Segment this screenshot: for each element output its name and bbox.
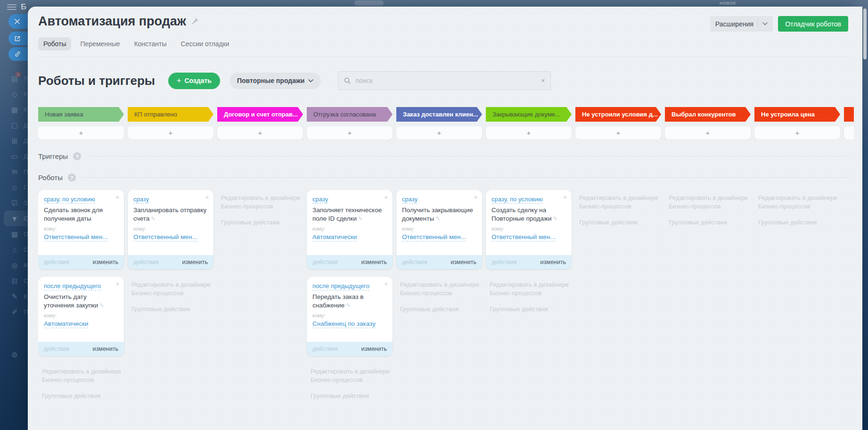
robot-card[interactable]: после предыдущего × Очистить дату уточне… (38, 277, 124, 356)
trigger-condition-link[interactable]: сразу (133, 196, 149, 204)
assignee-link[interactable]: Снабженец по заказу (312, 320, 376, 328)
stage-chose-competitors[interactable]: Выбрал конкурентов (665, 107, 751, 122)
designer-edit-link[interactable]: Редактировать в дизайнере Бизнес-процесс… (490, 281, 572, 298)
edit-pencil-icon[interactable]: ✎ (435, 215, 440, 222)
robot-card[interactable]: после предыдущего × Передать заказ в сна… (307, 277, 393, 356)
robot-debugger-button[interactable]: Отладчик роботов (778, 16, 848, 32)
edit-link[interactable]: изменить (93, 346, 118, 352)
edit-link[interactable]: изменить (361, 346, 387, 352)
add-robot-button[interactable]: + (486, 126, 572, 139)
actions-link[interactable]: действия (312, 346, 338, 352)
edit-link[interactable]: изменить (93, 259, 118, 265)
actions-link[interactable]: действия (312, 259, 338, 265)
stage-terms-rejected[interactable]: Не устроили условия д... (575, 107, 661, 122)
group-actions-link[interactable]: Групповые действия (311, 392, 393, 400)
add-robot-button[interactable]: + (396, 126, 482, 139)
designer-edit-link[interactable]: Редактировать в дизайнере Бизнес-процесс… (758, 194, 840, 211)
stage-closing-documents[interactable]: Закрывающие докуме... (486, 107, 572, 122)
group-actions-link[interactable]: Групповые действия (579, 218, 661, 227)
actions-link[interactable]: действия (133, 259, 159, 265)
clear-search-icon[interactable]: × (541, 77, 545, 84)
edit-link[interactable]: изменить (361, 259, 387, 265)
close-icon[interactable]: × (384, 281, 388, 287)
edit-pencil-icon[interactable]: ✎ (151, 215, 156, 222)
tab-variables[interactable]: Переменные (75, 37, 125, 50)
close-icon[interactable]: × (115, 194, 119, 200)
actions-link[interactable]: действия (491, 259, 517, 265)
stage-price-rejected[interactable]: Не устроила цена (754, 107, 840, 122)
close-icon[interactable]: × (205, 194, 209, 200)
trigger-condition-link[interactable]: после предыдущего (44, 282, 101, 290)
add-robot-button[interactable]: + (128, 126, 213, 139)
designer-edit-link[interactable]: Редактировать в дизайнере Бизнес-процесс… (42, 367, 124, 384)
assignee-link[interactable]: Автоматически (312, 233, 357, 241)
copy-link-button[interactable] (8, 47, 29, 61)
pin-icon[interactable] (191, 18, 198, 25)
designer-edit-link[interactable]: Редактировать в дизайнере Бизнес-процесс… (579, 194, 661, 211)
trigger-condition-link[interactable]: сразу, по условию (44, 196, 95, 204)
edit-pencil-icon[interactable]: ✎ (346, 302, 351, 309)
stage-new-request[interactable]: Новая заявка (38, 107, 124, 122)
help-icon[interactable]: ? (68, 174, 76, 182)
trigger-condition-link[interactable]: сразу (312, 196, 328, 204)
hamburger-menu-icon[interactable] (7, 4, 16, 11)
edit-pencil-icon[interactable]: ✎ (358, 215, 363, 222)
edit-pencil-icon[interactable]: ✎ (99, 302, 104, 309)
stage-quote-sent[interactable]: КП отправлено (128, 107, 213, 122)
designer-edit-link[interactable]: Редактировать в дизайнере Бизнес-процесс… (400, 281, 482, 298)
assignee-link[interactable]: Ответственный мен... (491, 233, 556, 241)
robot-card[interactable]: сразу × Заполняет техническое поле ID сд… (307, 190, 393, 269)
create-button[interactable]: + Создать (168, 73, 220, 89)
group-actions-link[interactable]: Групповые действия (669, 218, 751, 227)
add-robot-button[interactable]: + (665, 126, 751, 139)
robot-card[interactable]: сразу × Получить закрывающие документы✎ … (396, 190, 482, 269)
edit-link[interactable]: изменить (182, 259, 208, 265)
add-robot-button[interactable]: + (754, 126, 840, 139)
group-actions-link[interactable]: Групповые действия (131, 305, 213, 314)
help-icon[interactable]: ? (73, 152, 81, 160)
group-actions-link[interactable]: Групповые действия (490, 305, 572, 314)
trigger-condition-link[interactable]: после предыдущего (312, 282, 369, 290)
add-robot-button[interactable]: + (844, 126, 854, 139)
assignee-link[interactable]: Ответственный мен... (44, 233, 108, 241)
trigger-condition-link[interactable]: сразу (402, 196, 418, 204)
group-actions-link[interactable]: Групповые действия (221, 218, 303, 227)
add-robot-button[interactable]: + (307, 126, 393, 139)
extensions-button[interactable]: Расширения (710, 16, 773, 32)
edit-link[interactable]: изменить (540, 259, 566, 265)
open-in-new-button[interactable] (8, 32, 29, 45)
stage-shipping-approved[interactable]: Отгрузка согласована (307, 107, 393, 122)
designer-edit-link[interactable]: Редактировать в дизайнере Бизнес-процесс… (131, 281, 213, 298)
add-robot-button[interactable]: + (38, 126, 124, 139)
designer-edit-link[interactable]: Редактировать в дизайнере Бизнес-процесс… (221, 194, 303, 211)
close-slider-button[interactable] (8, 14, 29, 29)
close-icon[interactable]: × (563, 194, 567, 200)
trigger-condition-link[interactable]: сразу, по условию (491, 196, 543, 204)
close-icon[interactable]: × (384, 194, 388, 200)
edit-link[interactable]: изменить (451, 259, 476, 265)
group-actions-link[interactable]: Групповые действия (400, 305, 482, 314)
designer-edit-link[interactable]: Редактировать в дизайнере Бизнес-процесс… (669, 194, 751, 211)
robot-card[interactable]: сразу, по условию × Создать сделку на По… (486, 190, 572, 269)
stage-clipped[interactable] (844, 107, 854, 122)
close-icon[interactable]: × (474, 194, 477, 200)
add-robot-button[interactable]: + (575, 126, 661, 139)
tab-robots[interactable]: Роботы (38, 37, 71, 50)
actions-link[interactable]: действия (44, 346, 69, 352)
robot-card[interactable]: сразу × Запланировать отправку счета✎ ко… (128, 190, 213, 269)
close-icon[interactable]: × (115, 281, 119, 287)
robot-card[interactable]: сразу, по условию × Сделать звонок для п… (38, 190, 124, 269)
group-actions-link[interactable]: Групповые действия (758, 218, 840, 227)
search-input[interactable] (355, 77, 541, 84)
tab-debug-sessions[interactable]: Сессии отладки (176, 37, 235, 50)
actions-link[interactable]: действия (402, 259, 427, 265)
edit-pencil-icon[interactable]: ✎ (553, 215, 558, 222)
tab-constants[interactable]: Константы (129, 37, 172, 50)
add-robot-button[interactable]: + (217, 126, 303, 139)
stage-order-delivered[interactable]: Заказ доставлен клиен... (396, 107, 482, 122)
group-actions-link[interactable]: Групповые действия (42, 392, 124, 400)
assignee-link[interactable]: Ответственный мен... (402, 233, 466, 241)
stage-contract-sent[interactable]: Договор и счет отправ... (217, 107, 303, 122)
scrollbar-thumb[interactable] (863, 8, 867, 59)
designer-edit-link[interactable]: Редактировать в дизайнере Бизнес-процесс… (311, 367, 393, 384)
